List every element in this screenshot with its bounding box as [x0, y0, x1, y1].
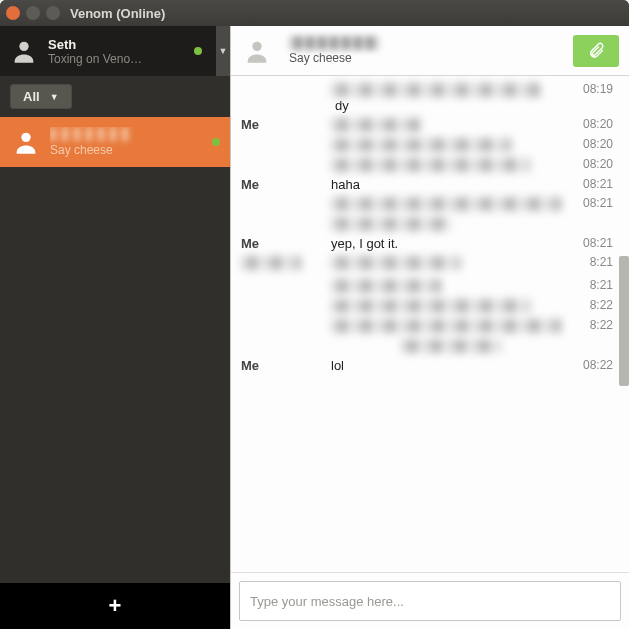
message-row: dy08:19: [231, 80, 619, 115]
message-sender: Me: [241, 236, 331, 251]
message-row: Mehaha08:21: [231, 175, 619, 194]
contact-status: Say cheese: [50, 143, 212, 157]
message-row: 08:20: [231, 135, 619, 155]
message-time: 08:20: [569, 137, 613, 151]
chat-header: Say cheese: [231, 26, 629, 76]
message-time: 08:21: [569, 196, 613, 210]
contact-avatar-icon: [10, 126, 42, 158]
message-row: 08:20: [231, 155, 619, 175]
window-title: Venom (Online): [70, 6, 165, 21]
message-body: [331, 196, 569, 212]
message-time: 08:20: [569, 117, 613, 131]
paperclip-icon: [587, 42, 605, 60]
svg-point-1: [21, 133, 30, 142]
profile-name: Seth: [48, 37, 194, 52]
message-body: dy: [331, 82, 569, 113]
message-row: 8:21: [231, 276, 619, 296]
message-body: lol: [331, 358, 569, 373]
chat-contact-status: Say cheese: [289, 51, 565, 65]
message-time: 08:21: [569, 236, 613, 250]
message-row: Meyep, I got it.08:21: [231, 234, 619, 253]
contact-item[interactable]: Say cheese: [0, 117, 230, 167]
message-row: 8:21: [231, 253, 619, 276]
profile-status: Toxing on Veno…: [48, 52, 194, 66]
profile-avatar-icon: [8, 35, 40, 67]
message-body: [331, 255, 569, 271]
status-dot-icon: [194, 47, 202, 55]
message-time: 8:22: [569, 298, 613, 312]
message-time: 08:22: [569, 358, 613, 372]
contact-text: Say cheese: [50, 127, 212, 157]
chat-avatar-icon: [241, 35, 273, 67]
message-input[interactable]: [239, 581, 621, 621]
window-controls: [6, 6, 60, 20]
message-time: 8:22: [569, 318, 613, 332]
message-body: [331, 137, 569, 153]
message-body: [331, 117, 569, 133]
app-window: Venom (Online) Seth Toxing on Veno… ▼: [0, 0, 629, 629]
message-sender: Me: [241, 177, 331, 192]
message-time: 8:21: [569, 278, 613, 292]
profile-section[interactable]: Seth Toxing on Veno…: [0, 26, 216, 76]
message-row: [231, 214, 619, 234]
message-body: yep, I got it.: [331, 236, 569, 251]
close-icon[interactable]: [6, 6, 20, 20]
message-body: [331, 298, 569, 314]
contact-name: [50, 127, 212, 143]
scrollbar-thumb[interactable]: [619, 256, 629, 386]
svg-point-2: [252, 41, 261, 50]
window-body: Seth Toxing on Veno… ▼ All ▼: [0, 26, 629, 629]
message-body: [331, 157, 569, 173]
composer: [231, 572, 629, 629]
contacts-list: Say cheese: [0, 117, 230, 583]
message-time: 08:19: [569, 82, 613, 96]
message-body: [331, 216, 569, 232]
profile-dropdown-button[interactable]: ▼: [216, 26, 230, 76]
chat-header-text: Say cheese: [289, 36, 565, 65]
message-sender: [241, 255, 331, 274]
message-body: [331, 278, 569, 294]
chat-contact-name: [289, 36, 565, 51]
message-time: 08:20: [569, 157, 613, 171]
message-time: 8:21: [569, 255, 613, 269]
message-row: Melol08:22: [231, 356, 619, 375]
message-sender: Me: [241, 117, 331, 132]
filter-dropdown[interactable]: All ▼: [10, 84, 72, 109]
minimize-icon[interactable]: [26, 6, 40, 20]
maximize-icon[interactable]: [46, 6, 60, 20]
profile-text: Seth Toxing on Veno…: [48, 37, 194, 66]
online-dot-icon: [212, 138, 220, 146]
message-row: [231, 336, 619, 356]
message-row: 8:22: [231, 296, 619, 316]
filter-row: All ▼: [0, 76, 230, 117]
message-body: [331, 318, 569, 334]
titlebar[interactable]: Venom (Online): [0, 0, 629, 26]
message-row: Me08:20: [231, 115, 619, 135]
message-sender: Me: [241, 358, 331, 373]
plus-icon: +: [109, 593, 122, 619]
sidebar: Seth Toxing on Veno… ▼ All ▼: [0, 26, 230, 629]
message-row: 8:22: [231, 316, 619, 336]
message-row: 08:21: [231, 194, 619, 214]
filter-label: All: [23, 89, 40, 104]
message-body: [331, 338, 569, 354]
messages-area[interactable]: dy08:19Me08:2008:2008:20Mehaha08:2108:21…: [231, 76, 629, 572]
svg-point-0: [19, 42, 28, 51]
add-contact-button[interactable]: +: [0, 583, 230, 629]
attach-button[interactable]: [573, 35, 619, 67]
message-time: 08:21: [569, 177, 613, 191]
chevron-down-icon: ▼: [50, 92, 59, 102]
chat-panel: Say cheese dy08:19Me08:2008:2008:20Mehah…: [230, 26, 629, 629]
message-body: haha: [331, 177, 569, 192]
